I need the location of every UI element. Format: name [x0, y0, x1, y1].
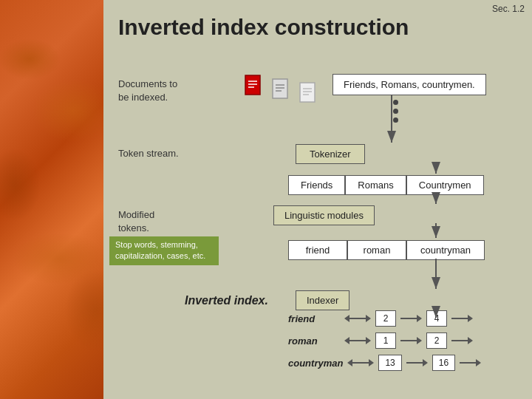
doc-icon-3 [299, 81, 319, 108]
stem-row: friend roman countryman [288, 240, 485, 260]
num-countryman-1: 13 [378, 355, 401, 371]
section-label: Sec. 1.2 [492, 4, 525, 14]
arrow-between-roman [400, 337, 422, 344]
arrow-end-countryman [460, 359, 481, 366]
svg-rect-8 [300, 83, 315, 102]
index-word-countryman: countryman [288, 358, 343, 369]
arr-end-head-f [468, 315, 473, 322]
doc-icon-1 [244, 74, 265, 100]
num-countryman-2: 16 [432, 355, 455, 371]
arrow-end-roman [451, 337, 473, 344]
inverted-index-label: Inverted index. [185, 294, 268, 307]
stem-friend: friend [288, 240, 347, 260]
num-friend-2: 4 [426, 310, 447, 327]
documents-label: Documents to be indexed. [118, 78, 177, 104]
svg-rect-4 [273, 79, 287, 98]
arr-end-line-c [460, 362, 476, 364]
double-arrow-friend [344, 315, 371, 322]
dot-3 [393, 117, 398, 123]
token-countrymen: Countrymen [406, 175, 484, 195]
arrow-between-friend [400, 315, 422, 322]
num-roman-2: 2 [426, 332, 447, 349]
ellipsis-dots [393, 100, 398, 123]
main-content: Sec. 1.2 Inverted index construction Doc… [103, 0, 532, 399]
index-word-roman: roman [288, 335, 340, 347]
arrow-line-friend [349, 318, 366, 319]
modified-tokens-label: Modified tokens. [118, 208, 154, 235]
num-roman-1: 1 [375, 332, 396, 349]
arr-head-r [417, 337, 422, 344]
index-word-friend: friend [288, 313, 340, 324]
token-friends: Friends [288, 175, 345, 195]
index-row-countryman: countryman 13 16 [288, 355, 481, 371]
doc-icon-2 [271, 78, 292, 104]
frc-box: Friends, Romans, countrymen. [332, 74, 486, 95]
document-icons [244, 74, 319, 108]
left-arrow-head-friend [344, 315, 349, 322]
page-title: Inverted index construction [118, 15, 409, 40]
indexer-box: Indexer [296, 290, 349, 310]
right-arrow-head-friend [366, 315, 371, 322]
arr-line-f [400, 318, 417, 319]
arr-end-head-r [468, 337, 473, 344]
token-stream-label: Token stream. [118, 148, 179, 159]
left-arrow-head-roman [344, 337, 349, 344]
stem-roman: roman [347, 240, 406, 260]
left-arrow-head-countryman [347, 359, 352, 366]
svg-rect-0 [245, 75, 260, 95]
dot-1 [393, 100, 398, 105]
arrow-end-friend [451, 315, 473, 322]
arrow-line-countryman [352, 362, 369, 364]
right-arrow-head-roman [366, 337, 371, 344]
arr-line-c [406, 362, 423, 364]
arr-head-f [417, 315, 422, 322]
num-friend-1: 2 [375, 310, 396, 327]
dot-2 [393, 109, 398, 114]
right-arrow-head-countryman [369, 359, 374, 366]
linguistic-modules-box: Linguistic modules [273, 205, 375, 225]
arr-end-line-r [451, 340, 468, 341]
arr-end-head-c [476, 359, 481, 366]
stem-countryman: countryman [406, 240, 485, 260]
arrow-between-countryman [406, 359, 428, 366]
stopwords-label: Stop words, stemming, capitalization, ca… [109, 236, 219, 265]
arr-end-line-f [451, 318, 468, 319]
arr-line-r [400, 340, 417, 341]
index-row-roman: roman 1 2 [288, 332, 481, 349]
arr-head-c [423, 359, 428, 366]
index-row-friend: friend 2 4 [288, 310, 481, 327]
double-arrow-countryman [347, 359, 374, 366]
index-rows: friend 2 4 roman [288, 310, 481, 371]
token-row: Friends Romans Countrymen [288, 175, 484, 195]
arrow-line-roman [349, 340, 366, 341]
double-arrow-roman [344, 337, 371, 344]
background-leaves [0, 0, 118, 399]
tokenizer-box: Tokenizer [296, 144, 365, 164]
token-romans: Romans [345, 175, 406, 195]
